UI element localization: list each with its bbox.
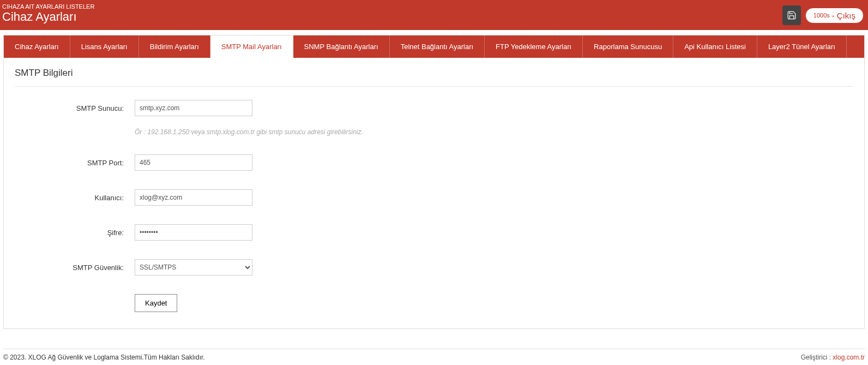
tab-label: FTP Yedekleme Ayarları — [496, 43, 571, 51]
form-row-security: SMTP Güvenlik: SSL/SMTPS — [15, 259, 853, 276]
user-field-wrap — [135, 189, 853, 206]
session-separator: - — [832, 11, 835, 20]
smtp-port-input[interactable] — [135, 154, 252, 171]
save-button[interactable]: Kaydet — [135, 294, 177, 312]
smtp-server-label: SMTP Sunucu: — [15, 100, 135, 112]
tab-label: Api Kullanıcı Listesi — [684, 43, 746, 51]
tab-license-settings[interactable]: Lisans Ayarları — [70, 35, 139, 58]
tab-label: Lisans Ayarları — [81, 43, 128, 51]
form-row-smtp-port: SMTP Port: — [15, 154, 853, 171]
footer-copyright: © 2023. XLOG Ağ Güvenlik ve Loglama Sist… — [3, 354, 205, 361]
password-input[interactable] — [135, 224, 252, 241]
page-title: Cihaz Ayarları — [2, 10, 866, 24]
security-label: SMTP Güvenlik: — [15, 259, 135, 272]
tab-ftp-backup-settings[interactable]: FTP Yedekleme Ayarları — [485, 35, 583, 58]
tab-reporting-server[interactable]: Raporlama Sunucusu — [583, 35, 673, 58]
tab-label: Raporlama Sunucusu — [594, 43, 662, 51]
panel-body: SMTP Bilgileri SMTP Sunucu: Ör : 192.168… — [4, 58, 864, 328]
tab-bar: Cihaz Ayarları Lisans Ayarları Bildirim … — [4, 35, 864, 58]
tab-device-settings[interactable]: Cihaz Ayarları — [4, 35, 70, 58]
tab-label: Layer2 Tünel Ayarları — [768, 43, 835, 51]
tab-label: SNMP Bağlantı Ayarları — [304, 43, 378, 51]
logout-button[interactable]: 1000s - Çıkış — [805, 8, 864, 23]
footer-developer-link[interactable]: xlog.com.tr — [833, 354, 865, 361]
page-footer: © 2023. XLOG Ağ Güvenlik ve Loglama Sist… — [0, 351, 868, 365]
form-row-user: Kullanıcı: — [15, 189, 853, 206]
footer-developer-label: Geliştirici : — [801, 354, 833, 361]
footer-divider — [3, 349, 865, 349]
security-select[interactable]: SSL/SMTPS — [135, 259, 252, 276]
form-row-password: Şifre: — [15, 224, 853, 241]
header-actions: 1000s - Çıkış — [782, 5, 864, 25]
smtp-port-field-wrap — [135, 154, 853, 171]
password-field-wrap — [135, 224, 853, 241]
settings-panel: Cihaz Ayarları Lisans Ayarları Bildirim … — [3, 35, 865, 329]
form-row-smtp-server: SMTP Sunucu: Ör : 192.168.1.250 veya smt… — [15, 100, 853, 136]
section-title: SMTP Bilgileri — [15, 68, 853, 79]
tab-smtp-mail-settings[interactable]: SMTP Mail Ayarları — [210, 35, 293, 58]
tab-layer2-tunnel-settings[interactable]: Layer2 Tünel Ayarları — [757, 35, 847, 58]
tab-label: Cihaz Ayarları — [15, 43, 59, 51]
logout-label: Çıkış — [837, 11, 855, 20]
smtp-server-input[interactable] — [135, 100, 252, 116]
tab-snmp-connection-settings[interactable]: SNMP Bağlantı Ayarları — [293, 35, 390, 58]
tab-label: Bildirim Ayarları — [150, 43, 199, 51]
tab-label: SMTP Mail Ayarları — [221, 43, 282, 51]
user-input[interactable] — [135, 189, 252, 206]
smtp-server-help: Ör : 192.168.1.250 veya smtp.xlog.com.tr… — [135, 128, 853, 136]
smtp-server-field-wrap: Ör : 192.168.1.250 veya smtp.xlog.com.tr… — [135, 100, 853, 136]
user-label: Kullanıcı: — [15, 189, 135, 202]
save-button-label: Kaydet — [145, 299, 167, 307]
tab-notification-settings[interactable]: Bildirim Ayarları — [139, 35, 210, 58]
footer-developer: Geliştirici : xlog.com.tr — [801, 354, 865, 361]
save-icon-button[interactable] — [782, 5, 801, 25]
password-label: Şifre: — [15, 224, 135, 237]
section-divider — [15, 86, 853, 87]
page-subtitle: CIHAZA AIT AYARLARI LISTELER — [2, 3, 866, 10]
tab-label: Telnet Bağlantı Ayarları — [401, 43, 473, 51]
empty-label — [15, 294, 135, 298]
save-field-wrap: Kaydet — [135, 294, 853, 312]
security-field-wrap: SSL/SMTPS — [135, 259, 853, 276]
session-countdown: 1000s — [813, 12, 830, 19]
tab-telnet-connection-settings[interactable]: Telnet Bağlantı Ayarları — [390, 35, 485, 58]
page-header: CIHAZA AIT AYARLARI LISTELER Cihaz Ayarl… — [0, 0, 868, 30]
smtp-port-label: SMTP Port: — [15, 154, 135, 167]
tab-api-user-list[interactable]: Api Kullanıcı Listesi — [673, 35, 757, 58]
form-row-save: Kaydet — [15, 294, 853, 312]
floppy-disk-icon — [787, 10, 797, 20]
